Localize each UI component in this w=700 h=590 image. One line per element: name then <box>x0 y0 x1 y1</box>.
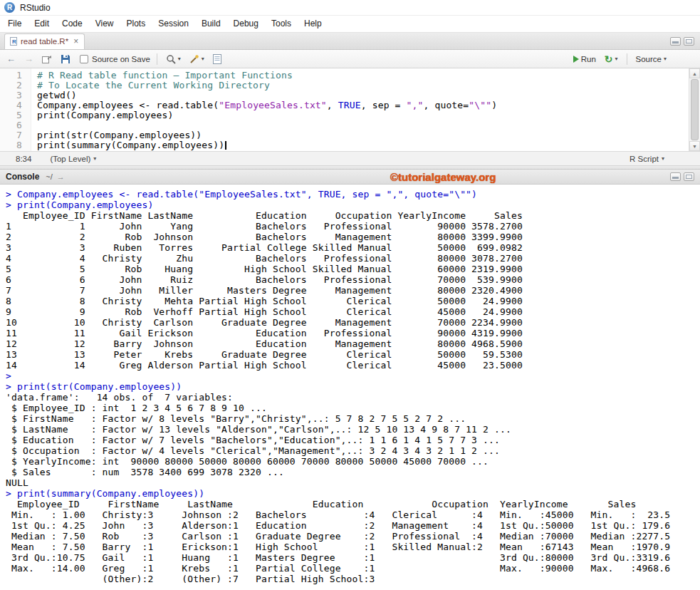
chevron-down-icon: ▾ <box>202 56 204 62</box>
console-line: 4 4 Christy Zhu Bachelors Professional 8… <box>6 253 700 264</box>
toolbar-separator <box>157 53 157 65</box>
console-line: 5 5 Rob Huang High School Skilled Manual… <box>6 264 700 274</box>
source-button[interactable]: Source ▾ <box>634 53 669 65</box>
maximize-source-button[interactable] <box>684 37 694 46</box>
code-line[interactable]: # R Read table function – Important Func… <box>37 71 700 81</box>
console-line: NULL <box>6 477 700 488</box>
menu-item-plots[interactable]: Plots <box>120 16 152 32</box>
compile-report-button[interactable] <box>211 53 224 66</box>
filetype-label: R Script <box>630 155 659 163</box>
menubar: FileEditCodeViewPlotsSessionBuildDebugTo… <box>0 16 700 33</box>
console-line: $ Education : Factor w/ 7 levels "Bachel… <box>6 435 700 445</box>
menu-item-view[interactable]: View <box>89 16 120 32</box>
rstudio-logo-icon: R <box>4 2 15 13</box>
save-icon <box>61 54 70 64</box>
find-button[interactable]: ▾ <box>164 53 183 66</box>
menu-item-tools[interactable]: Tools <box>265 16 298 32</box>
console-line: Median : 7.50 Rob :3 Carlson :1 Graduate… <box>6 531 700 542</box>
console-line: Mean : 7.50 Barry :1 Erickson:1 High Sch… <box>6 542 700 552</box>
window-title: RStudio <box>20 3 51 13</box>
console-line: 6 6 John Ruiz Bachelors Professional 700… <box>6 274 700 285</box>
scope-label: (Top Level) <box>50 155 90 163</box>
console-line: 3 3 Ruben Torres Partial College Skilled… <box>6 242 700 253</box>
filetype-selector[interactable]: R Script ▾ <box>630 155 664 163</box>
line-number: 2 <box>0 81 22 90</box>
menu-item-code[interactable]: Code <box>56 16 89 32</box>
console-line: $ Occupation : Factor w/ 4 levels "Cleri… <box>6 445 700 456</box>
tab-label: read table.R* <box>21 37 68 46</box>
tab-close-icon[interactable]: × <box>73 38 78 45</box>
line-number: 8 <box>0 140 22 150</box>
menu-item-file[interactable]: File <box>1 16 28 32</box>
console-line: 1 1 John Yang Bachelors Professional 900… <box>6 221 700 232</box>
rstudio-window: R RStudio FileEditCodeViewPlotsSessionBu… <box>0 0 700 590</box>
open-new-window-button[interactable] <box>40 53 54 65</box>
r-file-icon <box>10 37 17 46</box>
scroll-up-button[interactable]: ▲ <box>689 68 700 78</box>
forward-arrow-icon: → <box>24 53 33 64</box>
editor-code[interactable]: # R Read table function – Important Func… <box>31 68 700 151</box>
run-label: Run <box>581 55 596 63</box>
chevron-down-icon: ▾ <box>664 56 667 62</box>
menu-item-session[interactable]: Session <box>152 16 195 32</box>
code-line[interactable] <box>37 120 700 130</box>
code-line[interactable]: Company.employees <- read.table("Employe… <box>37 100 700 110</box>
code-line[interactable]: # To Locate the Current Working Director… <box>37 81 700 90</box>
console-line: Max. :14.00 Greg :1 Krebs :1 Partial Col… <box>6 563 700 574</box>
rerun-button[interactable]: ↻ ▾ <box>602 53 620 65</box>
watermark: ©tutorialgateway.org <box>390 171 496 183</box>
search-icon <box>166 54 176 64</box>
code-tools-button[interactable]: ▾ <box>187 53 207 66</box>
forward-button[interactable]: → <box>22 52 36 66</box>
code-line[interactable]: print(summary(Company.employees)) <box>37 140 700 150</box>
source-label: Source <box>636 55 662 63</box>
console-body[interactable]: > Company.employees <- read.table("Emplo… <box>0 185 700 590</box>
maximize-console-button[interactable] <box>684 172 694 181</box>
console-line: $ LastName : Factor w/ 13 levels "Alders… <box>6 424 700 435</box>
editor-statusbar: 8:34 (Top Level) ▾ R Script ▾ <box>0 151 700 165</box>
console-title: Console <box>6 172 39 182</box>
console-line: 8 8 Christy Mehta Partial High School Cl… <box>6 296 700 306</box>
console-line: 3rd Qu.:10.75 Gail :1 Huang :1 Masters D… <box>6 552 700 563</box>
line-number: 4 <box>0 100 22 110</box>
scroll-down-button[interactable]: ▼ <box>689 141 700 151</box>
code-line[interactable]: print(str(Company.employees)) <box>37 130 700 140</box>
minimize-console-button[interactable] <box>670 172 681 181</box>
chevron-down-icon: ▾ <box>662 155 664 162</box>
console-line: > print(Company.employees) <box>6 200 700 210</box>
editor[interactable]: 12345678 # R Read table function – Impor… <box>0 68 700 151</box>
menu-item-edit[interactable]: Edit <box>28 16 56 32</box>
titlebar: R RStudio <box>0 0 700 16</box>
console-header: Console ~/ → <box>0 170 700 185</box>
console-line: 11 11 Gail Erickson Education Profession… <box>6 328 700 338</box>
menu-item-debug[interactable]: Debug <box>227 16 265 32</box>
editor-tab[interactable]: read table.R* × <box>4 33 85 49</box>
console-line: > <box>6 371 700 381</box>
back-arrow-icon: ← <box>6 53 16 64</box>
console-line: (Other):2 (Other) :7 Partial High School… <box>6 574 700 584</box>
line-number: 5 <box>0 110 22 120</box>
chevron-down-icon: ▾ <box>93 155 96 162</box>
console-line: 9 9 Rob Verhoff Partial High School Cler… <box>6 306 700 317</box>
source-on-save-checkbox[interactable] <box>80 55 88 63</box>
save-button[interactable] <box>58 53 73 66</box>
code-line[interactable]: print(Company.employees) <box>37 110 700 120</box>
scope-selector[interactable]: (Top Level) ▾ <box>50 155 96 163</box>
back-button[interactable]: ← <box>4 52 18 66</box>
go-to-directory-icon[interactable]: → <box>57 172 65 181</box>
console-line: 14 14 Greg Alderson Partial High School … <box>6 360 700 371</box>
code-line[interactable]: getwd() <box>37 90 700 100</box>
editor-scrollbar[interactable]: ▲ ▼ <box>689 68 700 151</box>
console-line: 'data.frame': 14 obs. of 7 variables: <box>6 392 700 403</box>
console-line: 7 7 John Miller Masters Degree Managemen… <box>6 285 700 296</box>
run-button[interactable]: Run <box>571 53 598 65</box>
scroll-thumb[interactable] <box>691 79 699 140</box>
text-cursor <box>225 141 226 150</box>
minimize-source-button[interactable] <box>670 37 681 46</box>
console-path[interactable]: ~/ <box>46 172 52 181</box>
chevron-down-icon: ▾ <box>615 56 618 62</box>
menu-item-build[interactable]: Build <box>195 16 227 32</box>
console-line: Employee_ID FirstName LastName Education… <box>6 499 700 509</box>
menu-item-help[interactable]: Help <box>298 16 328 32</box>
source-on-save-toggle[interactable]: Source on Save <box>80 55 150 63</box>
